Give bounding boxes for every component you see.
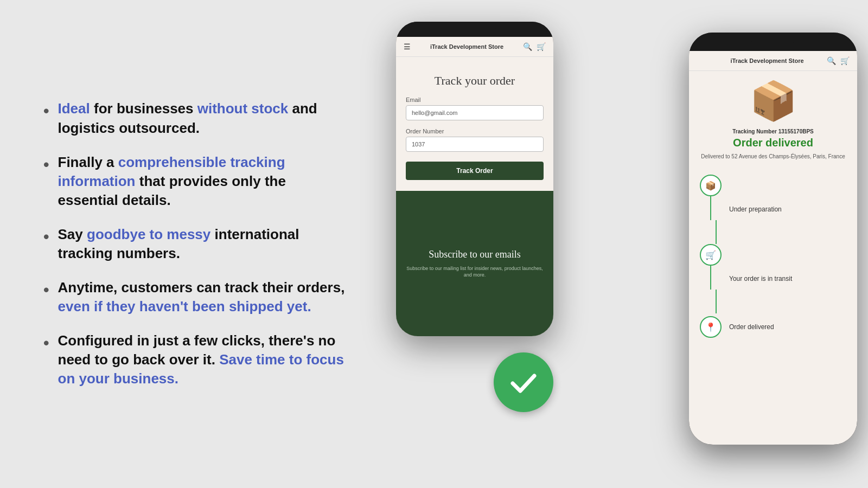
phone-back-header: ☰ iTrack Development Store 🔍 🛒 — [396, 37, 553, 57]
phone-front: iTrack Development Store 🔍 🛒 📦 Tracking … — [689, 33, 857, 445]
bullet-text-2: Finally a comprehensible tracking inform… — [58, 153, 347, 210]
step-label-3: Order delivered — [729, 323, 774, 331]
email-label: Email — [406, 97, 544, 103]
highlight-ideal: Ideal — [58, 100, 90, 117]
step-label-1: Under preparation — [729, 206, 782, 213]
track-order-button[interactable]: Track Order — [406, 162, 544, 180]
tracking-number: Tracking Number 13155170BPS — [700, 129, 846, 134]
cart-icon-front[interactable]: 🛒 — [840, 56, 850, 65]
step-row-3: 📍 Order delivered — [700, 313, 846, 341]
step-icon-col-3: 📍 — [700, 316, 722, 338]
step-label-2: Your order is in transit — [729, 275, 792, 282]
bullet-dot: • — [43, 226, 49, 248]
subscribe-section: Subscribe to our emails Subscribe to our… — [396, 191, 553, 336]
step-connector-1 — [710, 196, 711, 220]
step-icon-col-2: 🛒 — [700, 244, 722, 313]
bullet-item-2: • Finally a comprehensible tracking info… — [43, 153, 347, 210]
bullet-text-1: Ideal for businesses without stock and l… — [58, 99, 347, 137]
package-display: 📦 — [689, 71, 857, 125]
step-icon-preparation: 📦 — [700, 175, 722, 196]
step-delivered: 📍 Order delivered — [700, 313, 846, 341]
phone-screen-front: iTrack Development Store 🔍 🛒 📦 Tracking … — [689, 51, 857, 445]
search-icon-front[interactable]: 🔍 — [827, 56, 836, 65]
step-transit: 🛒 Your order is in transit — [700, 244, 846, 313]
package-icon: 📦 — [694, 82, 852, 120]
highlight-shipped: even if they haven't been shipped yet. — [58, 298, 311, 314]
bullet-item-3: • Say goodbye to messy international tra… — [43, 225, 347, 263]
bullet-text-5: Configured in just a few clicks, there's… — [58, 331, 347, 388]
email-input[interactable]: hello@gmail.com — [406, 105, 544, 120]
bullet-dot: • — [43, 279, 49, 301]
bullet-dot: • — [43, 154, 49, 176]
bullet-text-3: Say goodbye to messy international track… — [58, 225, 347, 263]
step-icon-col-1: 📦 — [700, 175, 722, 244]
hamburger-icon[interactable]: ☰ — [404, 42, 411, 51]
left-panel: • Ideal for businesses without stock and… — [0, 67, 380, 421]
phone-back: ☰ iTrack Development Store 🔍 🛒 Track you… — [396, 22, 553, 336]
checkmark-badge — [494, 352, 553, 412]
bullet-item-5: • Configured in just a few clicks, there… — [43, 331, 347, 388]
step-icon-delivered: 📍 — [700, 316, 722, 338]
bullet-dot: • — [43, 100, 49, 123]
step-connector-2 — [710, 266, 711, 290]
highlight-goodbye: goodbye to messy — [87, 226, 210, 242]
step-row-2: 🛒 Your order is in transit — [700, 244, 846, 313]
cart-icon[interactable]: 🛒 — [537, 42, 546, 51]
tracking-steps: 📦 Under preparation 🛒 Your order is in t… — [689, 166, 857, 349]
bullet-dot: • — [43, 332, 49, 355]
feature-list: • Ideal for businesses without stock and… — [43, 99, 347, 388]
store-logo-front: iTrack Development Store — [707, 57, 827, 65]
order-number-input[interactable]: 1037 — [406, 137, 544, 152]
order-number-group: Order Number 1037 — [406, 128, 544, 152]
track-title: Track your order — [406, 73, 544, 89]
step-icon-transit: 🛒 — [700, 244, 722, 266]
phone-front-header: iTrack Development Store 🔍 🛒 — [689, 51, 857, 71]
highlight-without-stock: without stock — [197, 100, 289, 117]
tracking-info: Tracking Number 13155170BPS Order delive… — [689, 125, 857, 166]
email-group: Email hello@gmail.com — [406, 97, 544, 120]
step-row-1: 📦 Under preparation — [700, 175, 846, 244]
store-logo-back: iTrack Development Store — [411, 43, 523, 50]
step-preparation: 📦 Under preparation — [700, 175, 846, 244]
subscribe-text: Subscribe to our mailing list for inside… — [405, 265, 545, 279]
order-status: Order delivered — [700, 137, 846, 149]
search-icon[interactable]: 🔍 — [523, 42, 532, 51]
phone-back-notch — [396, 22, 553, 37]
bullet-item-4: • Anytime, customers can track their ord… — [43, 278, 347, 316]
right-panel: ☰ iTrack Development Store 🔍 🛒 Track you… — [380, 0, 868, 488]
phone-front-notch — [689, 33, 857, 51]
bullet-item-1: • Ideal for businesses without stock and… — [43, 99, 347, 137]
subscribe-title: Subscribe to our emails — [405, 248, 545, 261]
checkmark-icon — [507, 366, 540, 399]
delivery-address: Delivered to 52 Avenue des Champs-Élysée… — [700, 152, 846, 160]
bullet-text-4: Anytime, customers can track their order… — [58, 278, 347, 316]
track-form: Track your order Email hello@gmail.com O… — [396, 57, 553, 191]
phone-screen-back: ☰ iTrack Development Store 🔍 🛒 Track you… — [396, 37, 553, 336]
order-number-label: Order Number — [406, 128, 544, 134]
